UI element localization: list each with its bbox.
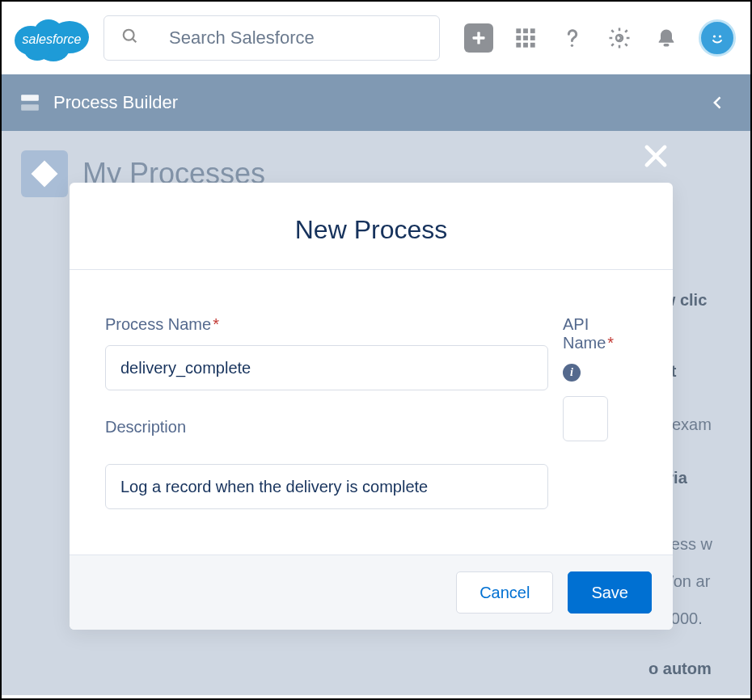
new-process-modal: New Process Process Name* Description (70, 183, 673, 630)
global-add-button[interactable] (464, 23, 493, 53)
svg-rect-27 (32, 161, 58, 188)
process-builder-title: Process Builder (53, 92, 178, 113)
process-name-label: Process Name* (105, 315, 548, 334)
svg-rect-18 (530, 43, 535, 48)
search-input[interactable] (104, 15, 440, 61)
app-launcher-icon[interactable] (511, 23, 540, 53)
description-input[interactable] (105, 464, 548, 509)
svg-point-6 (124, 30, 134, 40)
modal-title: New Process (70, 215, 673, 245)
svg-rect-14 (523, 36, 528, 40)
close-modal-button[interactable] (640, 141, 671, 175)
svg-rect-21 (664, 44, 670, 47)
save-button[interactable]: Save (568, 571, 652, 614)
svg-point-24 (719, 35, 721, 37)
svg-rect-17 (523, 43, 528, 48)
salesforce-logo: salesforce (13, 13, 91, 63)
help-icon[interactable] (558, 23, 587, 53)
user-avatar[interactable] (699, 19, 736, 57)
svg-line-7 (133, 39, 137, 43)
cancel-button[interactable]: Cancel (456, 571, 553, 614)
svg-text:salesforce: salesforce (23, 32, 82, 46)
setup-gear-icon[interactable] (605, 23, 634, 53)
svg-rect-15 (530, 36, 535, 40)
process-diamond-icon (21, 150, 68, 197)
process-builder-icon (19, 92, 40, 113)
svg-rect-9 (473, 36, 485, 39)
svg-point-23 (713, 35, 716, 37)
svg-rect-16 (516, 43, 521, 48)
description-label: Description (105, 418, 548, 436)
search-icon (121, 27, 139, 48)
back-chevron-icon[interactable] (703, 88, 733, 117)
info-icon[interactable]: i (563, 364, 581, 382)
svg-rect-26 (21, 104, 39, 111)
svg-rect-12 (530, 28, 535, 33)
svg-point-22 (708, 29, 726, 47)
api-name-label: API Name* (563, 315, 637, 352)
svg-rect-10 (516, 28, 521, 33)
svg-point-19 (571, 44, 573, 47)
svg-rect-13 (516, 36, 521, 40)
notifications-bell-icon[interactable] (652, 23, 681, 53)
api-name-input[interactable] (563, 396, 608, 441)
svg-rect-25 (21, 95, 39, 101)
process-name-input[interactable] (105, 345, 548, 390)
svg-rect-11 (523, 28, 528, 33)
